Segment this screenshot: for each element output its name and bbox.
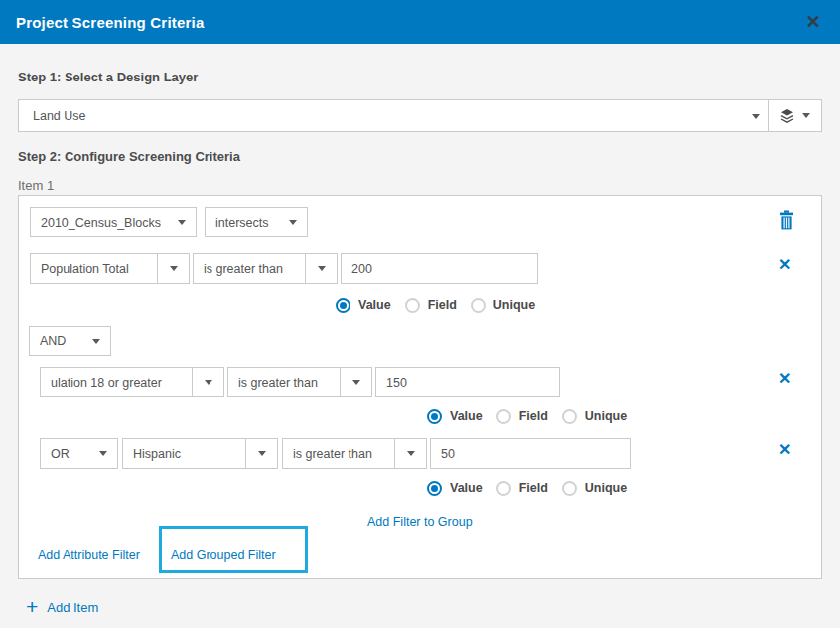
delete-item-button[interactable] [775,208,797,232]
project-screening-criteria-dialog: Project Screening Criteria ✕ Step 1: Sel… [0,0,840,628]
criteria-layer-select[interactable]: 2010_Census_Blocks [30,207,197,237]
chevron-down-icon [352,380,360,385]
filter3-radio-unique-label: Unique [585,481,627,495]
filter2-radio-value-label: Value [450,409,483,423]
design-layer-select[interactable]: Land Use [18,99,822,132]
filter1-operator-value: is greater than [194,262,305,276]
filter2-radio-field-label: Field [519,409,548,423]
chevron-down-icon [289,220,297,225]
filter3-radio-field[interactable] [496,481,511,496]
chevron-down-icon [178,220,186,225]
spatial-operator-value: intersects [206,216,278,230]
filter3-radio-unique[interactable] [562,481,577,496]
chevron-down-icon [99,451,107,456]
filter1-radio-field[interactable] [405,298,420,313]
filter3-operator-select[interactable]: is greater than [282,438,427,469]
criteria-layer-value: 2010_Census_Blocks [31,216,167,230]
filter3-radio-value[interactable] [427,481,442,496]
add-grouped-filter-link[interactable]: Add Grouped Filter [171,549,276,562]
filter1-remove-button[interactable]: ✕ [778,257,791,273]
filter3-radio-field-label: Field [519,481,548,495]
add-attribute-filter-link[interactable]: Add Attribute Filter [38,549,140,562]
filter3-radio-value-label: Value [450,481,483,495]
filter3-value-input[interactable] [430,438,631,469]
add-filter-to-group-link[interactable]: Add Filter to Group [367,515,473,529]
filter3-field-select[interactable]: Hispanic [122,438,278,469]
filter2-operator-select[interactable]: is greater than [227,367,372,397]
add-item-link[interactable]: + Add Item [26,597,98,617]
filter1-radio-field-label: Field [428,298,457,312]
filter2-radio-unique[interactable] [562,409,577,424]
chevron-down-icon [407,451,415,456]
filter2-radio-unique-label: Unique [585,409,627,423]
filter1-operator-select[interactable]: is greater than [193,253,338,284]
filter2-operator-value: is greater than [228,376,340,390]
filter2-value-input[interactable] [375,367,560,397]
filter1-field-value: Population Total [31,262,157,276]
chevron-down-icon [205,380,212,385]
filter2-field-value: ulation 18 or greater [41,376,192,390]
close-button[interactable]: ✕ [796,0,830,44]
layer-options-button[interactable] [768,100,821,131]
filter1-radio-unique-label: Unique [493,298,535,312]
chevron-down-icon [802,113,810,118]
group-logic-value: AND [30,334,81,348]
filter1-radio-value-label: Value [358,298,391,312]
layers-icon [779,108,795,124]
item-label: Item 1 [18,178,54,193]
filter3-remove-button[interactable]: ✕ [778,442,791,458]
remove-icon: ✕ [778,256,791,273]
dialog-title: Project Screening Criteria [16,14,204,31]
filter3-mode-radio-group: Value Field Unique [427,480,640,496]
filter1-radio-unique[interactable] [471,298,486,313]
filter1-value-input[interactable] [341,253,538,284]
filter2-radio-value[interactable] [427,409,442,424]
filter1-radio-value[interactable] [336,298,350,313]
step2-heading: Step 2: Configure Screening Criteria [18,149,240,164]
filter3-operator-value: is greater than [283,447,394,461]
dialog-header: Project Screening Criteria [0,0,840,44]
filter2-field-select[interactable]: ulation 18 or greater [40,367,224,397]
remove-icon: ✕ [778,370,791,387]
chevron-down-icon [170,266,178,271]
design-layer-value: Land Use [19,109,821,123]
chevron-down-icon [752,114,760,119]
add-item-label: Add Item [47,600,98,615]
trash-icon [778,210,795,230]
group-logic-select[interactable]: AND [29,326,111,356]
filter2-radio-field[interactable] [496,409,511,424]
filter2-remove-button[interactable]: ✕ [778,371,791,387]
chevron-down-icon [318,266,326,271]
item1-panel: 2010_Census_Blocks intersects Population… [18,195,822,579]
close-icon: ✕ [805,11,820,33]
spatial-operator-select[interactable]: intersects [205,207,308,237]
chevron-down-icon [258,451,266,456]
filter1-field-select[interactable]: Population Total [30,253,190,284]
filter2-mode-radio-group: Value Field Unique [427,408,640,424]
plus-icon: + [26,597,38,617]
filter3-logic-select[interactable]: OR [40,438,118,469]
remove-icon: ✕ [778,441,791,458]
filter3-field-value: Hispanic [123,447,245,461]
filter3-logic-value: OR [41,447,88,461]
step1-heading: Step 1: Select a Design Layer [18,70,198,84]
chevron-down-icon [92,339,100,344]
filter1-mode-radio-group: Value Field Unique [336,297,549,313]
